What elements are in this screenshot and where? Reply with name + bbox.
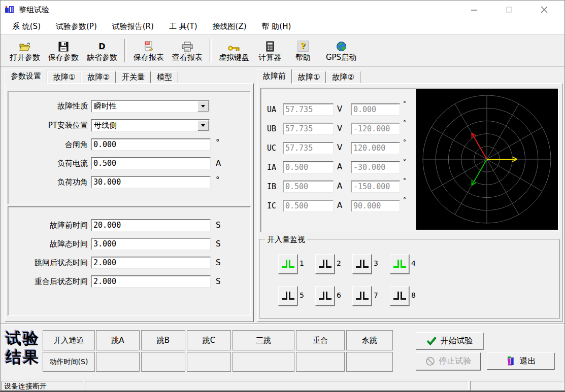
start-test-button[interactable]: 开始试验: [416, 332, 483, 349]
menu-test-report[interactable]: 试验报告(R): [105, 19, 161, 33]
status-right: [470, 381, 563, 390]
result-value-perm-trip: [346, 352, 393, 372]
menu-wiring-diagram[interactable]: 接线图(Z): [205, 19, 254, 33]
fault-time-input[interactable]: [91, 238, 211, 250]
minimize-button[interactable]: [463, 3, 485, 17]
tab-right-fault-1[interactable]: 故障①: [292, 71, 326, 84]
save-report-button[interactable]: EXL 保存报表: [129, 37, 168, 65]
ia-ang-unit: °: [403, 158, 406, 165]
result-value-trip-c: [187, 352, 231, 372]
prefault-time-input[interactable]: [91, 219, 211, 231]
ia-mag-input[interactable]: [283, 161, 334, 173]
tab-fault-1[interactable]: 故障①: [47, 71, 81, 84]
tab-fault-2[interactable]: 故障②: [81, 71, 115, 84]
tab-prefault[interactable]: 故障前: [257, 69, 292, 84]
result-value-trip-b: [141, 352, 185, 372]
closing-angle-input[interactable]: [91, 138, 211, 151]
binary-channel-1[interactable]: [278, 254, 297, 274]
default-params-button[interactable]: D 缺省参数: [83, 37, 121, 65]
result-header-trip-a: 跳A: [96, 330, 140, 350]
result-value-three-trip: [232, 352, 294, 372]
binary-channel-1-number: 1: [300, 254, 304, 273]
maximize-icon: [506, 6, 513, 13]
post-trip-time-label: 跳闸后状态时间: [11, 257, 88, 269]
fault-nature-combo[interactable]: 瞬时性: [91, 100, 210, 113]
binary-channel-5[interactable]: [278, 286, 297, 306]
close-icon: [540, 6, 548, 14]
gps-start-button[interactable]: GPS启动: [319, 37, 363, 65]
tab-right-fault-2[interactable]: 故障②: [326, 71, 360, 84]
window-title: 整组试验: [19, 1, 49, 19]
save-params-button[interactable]: 保存参数: [44, 37, 83, 65]
pt-position-dropdown-button[interactable]: [197, 120, 209, 131]
result-header-perm-trip: 永跳: [346, 330, 393, 350]
ib-mag-input[interactable]: [283, 181, 334, 193]
ub-ang-input[interactable]: [351, 123, 400, 135]
uc-ang-input[interactable]: [351, 142, 400, 154]
uc-mag-input[interactable]: [283, 142, 334, 154]
status-connection: 设备连接断开: [2, 381, 83, 390]
result-value-reclose: [296, 352, 345, 372]
phasor-plot: [416, 89, 558, 230]
tab-switches[interactable]: 开关量: [116, 71, 151, 84]
chevron-down-icon: [201, 124, 205, 127]
fault-nature-dropdown-button[interactable]: [197, 101, 209, 112]
menu-tools[interactable]: 工 具(T): [161, 19, 205, 33]
binary-channel-6[interactable]: [315, 286, 335, 306]
tab-model[interactable]: 模型: [151, 71, 178, 84]
ua-ang-input[interactable]: [351, 103, 400, 116]
ic-ang-input[interactable]: [351, 200, 400, 212]
switch-contact-icon: [282, 260, 294, 268]
open-params-button[interactable]: 打开参数: [6, 37, 44, 65]
right-tab-strip: 故障前 故障① 故障②: [257, 70, 360, 84]
calculator-button[interactable]: 计算器: [253, 37, 287, 65]
ib-ang-unit: °: [403, 177, 406, 184]
tab-param-settings[interactable]: 参数设置: [5, 69, 47, 84]
ic-mag-input[interactable]: [283, 200, 334, 212]
app-icon: [5, 5, 15, 15]
ia-label: IA: [267, 161, 276, 173]
stop-test-button[interactable]: 停止试验: [416, 352, 481, 370]
pt-position-combo[interactable]: 母线侧: [91, 119, 210, 132]
ib-mag-unit: A: [337, 180, 342, 193]
load-current-input[interactable]: [91, 157, 211, 169]
uc-label: UC: [267, 142, 276, 154]
exit-door-icon: [506, 356, 516, 367]
calculator-icon: [266, 41, 274, 52]
divider: [1, 324, 565, 325]
view-report-button[interactable]: 查看报表: [168, 37, 207, 65]
menu-system[interactable]: 系 统(S): [5, 19, 48, 33]
help-button[interactable]: ? 帮助: [287, 37, 319, 65]
prefault-time-label: 故障前时间: [11, 219, 88, 232]
chevron-down-icon: [201, 105, 205, 108]
ib-ang-input[interactable]: [351, 181, 400, 193]
fault-nature-label: 故障性质: [12, 100, 88, 113]
minimize-icon: [471, 6, 478, 13]
ia-ang-input[interactable]: [351, 161, 400, 173]
post-trip-time-input[interactable]: [91, 257, 211, 269]
virtual-keyboard-button[interactable]: 虚拟键盘: [215, 37, 253, 65]
load-angle-label: 负荷功角: [12, 176, 88, 189]
result-header-three-trip: 三跳: [232, 330, 294, 350]
toolbar-separator: [124, 39, 126, 62]
binary-channel-2[interactable]: [315, 254, 335, 274]
ua-mag-unit: V: [337, 103, 342, 116]
menu-test-params[interactable]: 试验参数(P): [48, 19, 105, 33]
close-button[interactable]: [533, 3, 555, 17]
ub-mag-input[interactable]: [283, 123, 334, 135]
binary-channel-8[interactable]: [390, 286, 409, 306]
maximize-button[interactable]: [498, 3, 520, 17]
binary-channel-3[interactable]: [352, 254, 372, 274]
menu-help[interactable]: 帮 助(H): [254, 19, 299, 33]
post-reclose-time-input[interactable]: [91, 275, 211, 288]
svg-text:EXL: EXL: [146, 42, 150, 45]
exit-button[interactable]: 退出: [487, 352, 554, 370]
status-middle: [85, 381, 469, 390]
load-current-label: 负荷电流: [12, 157, 88, 170]
ua-mag-input[interactable]: [283, 103, 334, 116]
post-trip-time-unit: S: [216, 257, 221, 269]
binary-channel-7[interactable]: [352, 286, 372, 306]
binary-channel-4[interactable]: [390, 254, 409, 274]
load-angle-input[interactable]: [91, 176, 211, 188]
fault-time-label: 故障态时间: [11, 238, 88, 251]
